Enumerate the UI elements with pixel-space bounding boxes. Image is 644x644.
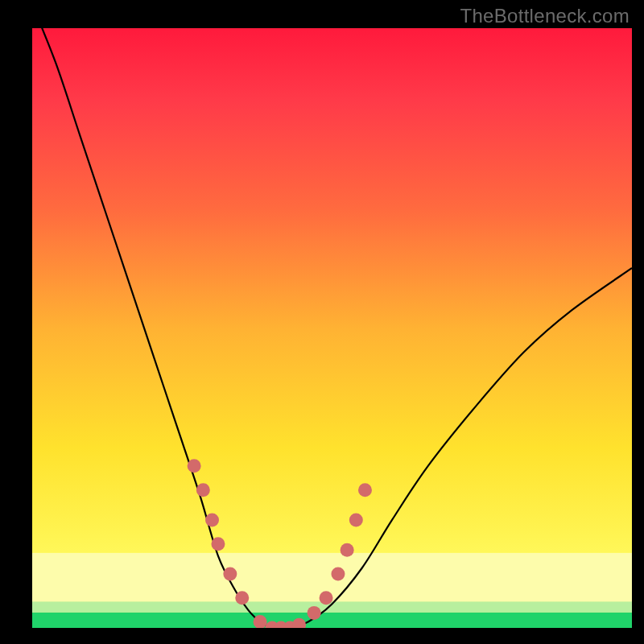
highlight-dot [196,483,210,497]
value-bands [32,553,632,628]
highlight-dot [320,591,333,605]
green-band [32,613,632,628]
pale-yellow-band [32,553,632,601]
chart-frame: TheBottleneck.com [0,0,644,644]
highlight-dot [223,567,237,580]
highlight-dot [358,483,372,497]
background-gradient [32,28,632,628]
chart-svg [32,28,632,628]
highlight-dot [308,606,321,620]
highlight-dot [188,459,201,473]
watermark-text: TheBottleneck.com [460,5,630,27]
plot-area [32,28,632,628]
highlight-dot [235,591,249,605]
highlight-dot [341,543,354,557]
highlight-dot [205,513,219,526]
highlight-dot [349,513,363,526]
highlight-dot [211,537,225,551]
highlight-dot [331,567,345,580]
